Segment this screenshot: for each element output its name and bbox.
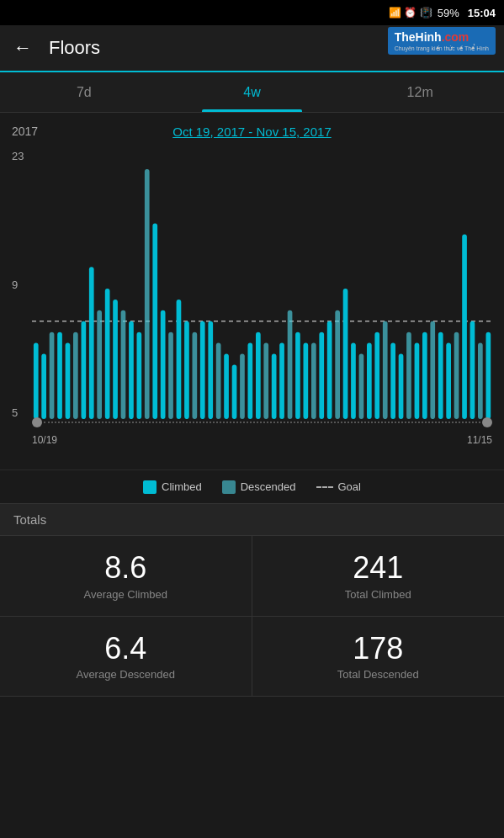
- descended-label: Descended: [241, 480, 296, 493]
- year-label: 2017: [12, 125, 38, 138]
- total-cell-avg-descended: 6.4 Average Descended: [0, 617, 252, 697]
- svg-rect-41: [351, 343, 356, 419]
- svg-rect-54: [454, 332, 459, 419]
- status-time: 15:04: [468, 7, 496, 19]
- total-climbed-label: Total Climbed: [345, 588, 411, 601]
- svg-rect-34: [295, 332, 300, 419]
- svg-rect-47: [399, 354, 404, 420]
- avg-climbed-label: Average Climbed: [84, 588, 167, 601]
- bars-wrapper: [32, 158, 492, 419]
- legend: Climbed Descended Goal: [0, 469, 504, 503]
- svg-rect-7: [82, 321, 87, 419]
- svg-rect-12: [121, 310, 126, 419]
- x-label-end: 11/15: [467, 434, 492, 446]
- svg-rect-33: [288, 310, 293, 419]
- svg-rect-30: [263, 343, 268, 419]
- climbed-swatch: [143, 480, 157, 494]
- svg-rect-18: [168, 332, 173, 419]
- y-axis-labels: 23 9 5: [12, 150, 24, 419]
- svg-rect-55: [462, 234, 467, 419]
- svg-rect-37: [319, 332, 324, 419]
- page-title: Floors: [49, 37, 100, 59]
- svg-rect-57: [478, 343, 483, 419]
- svg-rect-39: [335, 310, 340, 419]
- bars-chart: [32, 158, 492, 419]
- svg-rect-2: [41, 354, 46, 420]
- avg-descended-value: 6.4: [104, 632, 146, 666]
- app-header: ← Floors TheHinh.com Chuyên trang kiến t…: [0, 25, 504, 72]
- svg-rect-35: [304, 343, 309, 419]
- svg-rect-40: [343, 289, 348, 419]
- svg-rect-17: [161, 310, 166, 419]
- svg-rect-3: [50, 332, 55, 419]
- dot-line: [44, 422, 480, 423]
- descended-swatch: [222, 480, 236, 494]
- status-icons: 📶 ⏰ 📳: [389, 7, 432, 19]
- svg-rect-46: [390, 343, 395, 419]
- svg-rect-13: [129, 321, 134, 419]
- tab-7d[interactable]: 7d: [0, 72, 168, 112]
- x-label-start: 10/19: [32, 434, 57, 446]
- totals-header: Totals: [0, 503, 504, 535]
- svg-rect-14: [137, 332, 142, 419]
- total-cell-avg-climbed: 8.6 Average Climbed: [0, 536, 252, 617]
- svg-rect-42: [359, 354, 364, 420]
- tab-4w[interactable]: 4w: [168, 72, 337, 112]
- svg-rect-45: [383, 321, 388, 419]
- svg-rect-58: [486, 332, 491, 419]
- y-label-mid: 9: [12, 278, 24, 291]
- svg-rect-28: [248, 343, 253, 419]
- svg-rect-44: [374, 332, 379, 419]
- brand-logo: TheHinh.com Chuyên trang kiến thức về Th…: [388, 27, 496, 55]
- goal-dash: [316, 486, 333, 488]
- svg-rect-4: [57, 332, 62, 419]
- svg-rect-26: [232, 364, 237, 419]
- chart-area: 23 9 5 10/19 11/15: [0, 150, 504, 469]
- legend-descended: Descended: [222, 480, 296, 494]
- svg-rect-52: [438, 332, 443, 419]
- svg-rect-22: [200, 321, 205, 419]
- totals-grid: 8.6 Average Climbed 241 Total Climbed 6.…: [0, 535, 504, 697]
- svg-rect-29: [256, 332, 261, 419]
- y-label-top: 23: [12, 150, 24, 162]
- svg-rect-9: [97, 310, 102, 419]
- svg-rect-5: [66, 343, 71, 419]
- total-climbed-value: 241: [353, 551, 403, 585]
- climbed-label: Climbed: [162, 480, 202, 493]
- svg-rect-38: [327, 321, 332, 419]
- svg-rect-48: [406, 332, 411, 419]
- y-label-bot: 5: [12, 406, 24, 419]
- goal-label: Goal: [338, 480, 361, 493]
- chart-container: 2017 Oct 19, 2017 - Nov 15, 2017 23 9 5 …: [0, 113, 504, 503]
- svg-rect-11: [113, 300, 118, 419]
- legend-goal: Goal: [316, 480, 361, 493]
- svg-rect-50: [422, 332, 427, 419]
- svg-rect-1: [34, 343, 39, 419]
- svg-rect-20: [184, 321, 189, 419]
- svg-rect-56: [470, 321, 475, 419]
- svg-rect-21: [193, 332, 198, 419]
- svg-rect-16: [152, 224, 157, 420]
- total-cell-total-climbed: 241 Total Climbed: [252, 536, 505, 617]
- total-descended-label: Total Descended: [337, 668, 419, 681]
- svg-rect-51: [430, 321, 435, 419]
- total-descended-value: 178: [353, 632, 403, 666]
- date-header: 2017 Oct 19, 2017 - Nov 15, 2017: [0, 113, 504, 150]
- total-cell-total-descended: 178 Total Descended: [252, 617, 505, 697]
- svg-rect-36: [311, 343, 316, 419]
- back-button[interactable]: ←: [13, 37, 32, 59]
- svg-rect-23: [208, 321, 213, 419]
- svg-rect-25: [224, 354, 229, 420]
- date-range: Oct 19, 2017 - Nov 15, 2017: [172, 125, 331, 139]
- svg-rect-27: [240, 354, 245, 420]
- avg-descended-label: Average Descended: [76, 668, 175, 681]
- svg-rect-10: [105, 289, 110, 419]
- svg-rect-43: [367, 343, 372, 419]
- svg-rect-53: [446, 343, 451, 419]
- time-tabs: 7d 4w 12m: [0, 72, 504, 113]
- legend-climbed: Climbed: [143, 480, 202, 494]
- tab-12m[interactable]: 12m: [336, 72, 504, 112]
- svg-rect-24: [216, 343, 221, 419]
- svg-rect-49: [415, 343, 420, 419]
- x-axis: 10/19 11/15: [32, 426, 492, 446]
